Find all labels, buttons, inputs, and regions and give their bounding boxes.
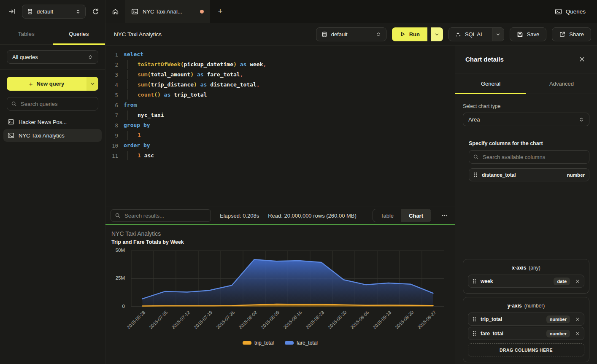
run-options-dropdown[interactable] xyxy=(431,27,443,41)
x-axis-label: 2015-07-05 xyxy=(148,310,168,330)
code-text: group by xyxy=(124,120,150,130)
editor-line[interactable]: 4sum(trip_distance) as distance_total, xyxy=(105,80,455,90)
x-axis-column-week[interactable]: week date xyxy=(468,275,584,288)
area-chart-plot[interactable] xyxy=(131,251,444,307)
results-search-input[interactable] xyxy=(111,209,211,222)
query-filter-section: All queries xyxy=(0,45,105,70)
plus-icon: + xyxy=(29,80,33,87)
tab-nyc-taxi-analytics[interactable]: NYC Taxi Anal... xyxy=(125,0,210,23)
panel-title: Chart details xyxy=(465,56,579,63)
editor-line[interactable]: 1select xyxy=(105,49,455,59)
share-button[interactable]: Share xyxy=(552,27,591,41)
home-button[interactable] xyxy=(105,0,125,23)
editor-line[interactable]: 2toStartOfWeek(pickup_datetime) as week, xyxy=(105,59,455,70)
drag-handle-icon[interactable] xyxy=(473,172,478,178)
search-icon xyxy=(473,154,479,160)
drag-handle-icon[interactable] xyxy=(472,278,476,284)
query-list-item[interactable]: NYC Taxi Analytics xyxy=(3,129,102,142)
drag-handle-icon[interactable] xyxy=(472,316,476,322)
run-button[interactable]: Run xyxy=(392,27,443,41)
editor-line[interactable]: 8group by xyxy=(105,120,455,130)
sql-ai-dropdown[interactable] xyxy=(492,28,504,41)
tab-strip: NYC Taxi Anal... + Queries xyxy=(105,0,597,23)
x-axis-label: 2015-07-19 xyxy=(193,310,213,330)
topbar-left: default xyxy=(0,0,105,23)
legend-item-fare_total[interactable]: fare_total xyxy=(285,340,318,346)
code-text: 1 xyxy=(124,130,141,140)
view-toggle: Table Chart xyxy=(373,209,431,222)
elapsed-stat: Elapsed: 0.208s xyxy=(220,213,259,219)
columns-search-input[interactable] xyxy=(469,150,589,164)
x-axis-label: 2015-08-16 xyxy=(282,310,303,330)
column-name: trip_total xyxy=(481,316,542,322)
x-axis-label: 2015-08-09 xyxy=(260,310,280,330)
save-button[interactable]: Save xyxy=(510,27,547,41)
drag-handle-icon[interactable] xyxy=(472,330,476,337)
sql-ai-label: SQL AI xyxy=(465,31,482,38)
legend-label: trip_total xyxy=(254,340,274,346)
editor-line[interactable]: 5count() as trip_total xyxy=(105,90,455,100)
run-button-main[interactable]: Run xyxy=(392,27,427,41)
y-axis-label: y-axis xyxy=(508,303,522,309)
database-selector[interactable]: default xyxy=(22,5,86,19)
y-axis-column-fare-total[interactable]: fare_total number xyxy=(468,327,584,340)
tab-advanced[interactable]: Advanced xyxy=(526,73,597,94)
editor-line[interactable]: 6from xyxy=(105,100,455,110)
queries-link[interactable]: Queries xyxy=(555,0,597,23)
more-options-icon[interactable] xyxy=(440,212,449,219)
query-list-item[interactable]: Hacker News Pos... xyxy=(3,116,102,128)
new-query-button-main[interactable]: +New query xyxy=(7,77,86,91)
new-tab-button[interactable]: + xyxy=(210,0,230,23)
editor-line[interactable]: 3sum(total_amount) as fare_total, xyxy=(105,70,455,80)
unsaved-dot xyxy=(200,10,204,13)
new-query-button[interactable]: +New query xyxy=(7,77,98,91)
legend-item-trip_total[interactable]: trip_total xyxy=(243,340,274,346)
editor-line[interactable]: 111 asc xyxy=(105,151,455,161)
drop-zone[interactable]: DRAG COLUMNS HERE xyxy=(468,343,584,356)
view-toggle-chart[interactable]: Chart xyxy=(401,209,431,222)
collapse-sidebar-icon[interactable] xyxy=(8,8,16,15)
query-filter-select[interactable]: All queries xyxy=(7,50,98,64)
sidebar-tab-queries[interactable]: Queries xyxy=(53,23,105,44)
y-tick-label: 25M xyxy=(107,275,125,280)
chevron-updown-icon xyxy=(88,54,93,60)
sparkle-icon xyxy=(455,31,461,38)
line-number: 2 xyxy=(105,62,118,68)
legend-swatch xyxy=(243,341,251,345)
chart-legend: trip_totalfare_total xyxy=(105,340,455,346)
y-axis-column-trip-total[interactable]: trip_total number xyxy=(468,313,584,326)
columns-label: Specify columns for the chart xyxy=(469,140,589,146)
run-database-selector[interactable]: default xyxy=(316,27,386,41)
chevron-updown-icon xyxy=(76,9,81,14)
remove-column-icon[interactable] xyxy=(575,279,580,284)
queries-link-label: Queries xyxy=(566,8,586,15)
sidebar-tabs: Tables Queries xyxy=(0,23,105,45)
line-number: 5 xyxy=(105,92,118,98)
editor-line[interactable]: 10order by xyxy=(105,140,455,151)
view-toggle-table[interactable]: Table xyxy=(373,209,401,222)
sql-ai-main[interactable]: SQL AI xyxy=(449,28,488,41)
y-axis-hint: (number) xyxy=(524,303,545,309)
refresh-icon[interactable] xyxy=(92,8,99,15)
tab-general[interactable]: General xyxy=(455,73,526,94)
query-search-input[interactable] xyxy=(7,97,98,111)
column-name: distance_total xyxy=(482,172,563,178)
editor-line[interactable]: 7nyc_taxi xyxy=(105,110,455,120)
x-axis-labels: 2015-06-282015-07-052015-07-122015-07-19… xyxy=(131,310,444,340)
new-query-dropdown[interactable] xyxy=(86,77,98,91)
remove-column-icon[interactable] xyxy=(575,331,580,336)
remove-column-icon[interactable] xyxy=(575,317,580,322)
search-icon xyxy=(115,213,121,218)
sql-editor[interactable]: 1select2toStartOfWeek(pickup_datetime) a… xyxy=(105,46,455,207)
chart-type-select[interactable]: Area xyxy=(463,113,589,126)
line-number: 6 xyxy=(105,102,118,108)
chart-type-value: Area xyxy=(468,116,579,123)
close-icon[interactable] xyxy=(579,56,585,62)
sql-ai-button[interactable]: SQL AI xyxy=(448,27,504,41)
available-column-distance-total[interactable]: distance_total number xyxy=(469,168,589,181)
x-axis-label: 2015-06-28 xyxy=(126,310,146,330)
x-axis-label: 2015-07-12 xyxy=(170,310,191,330)
tab-title: NYC Taxi Anal... xyxy=(143,8,196,15)
editor-line[interactable]: 91 xyxy=(105,130,455,140)
sidebar-tab-tables[interactable]: Tables xyxy=(0,23,53,44)
